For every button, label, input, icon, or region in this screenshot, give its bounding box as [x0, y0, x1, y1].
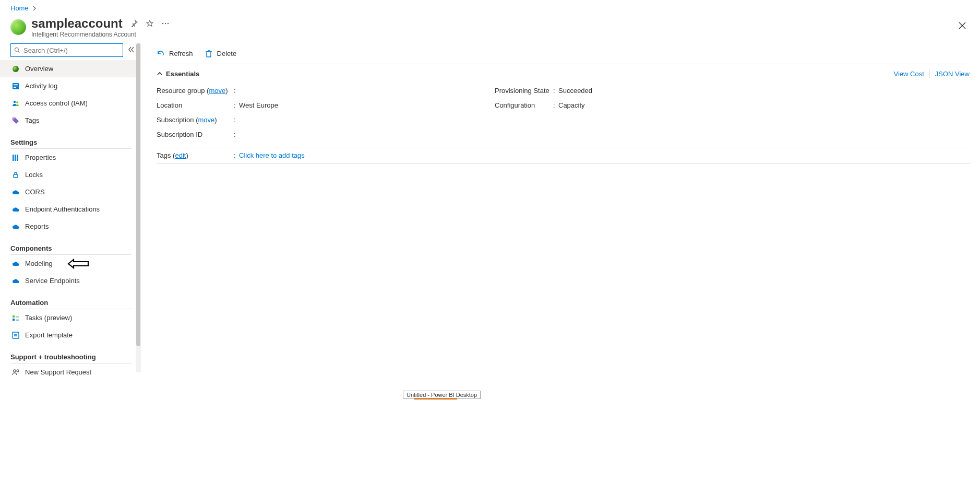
sidebar-item-access-control[interactable]: Access control (IAM) [10, 95, 136, 112]
cloud-icon [11, 222, 20, 231]
resource-icon [10, 19, 26, 35]
essentials-header: Essentials View Cost JSON View [157, 64, 970, 83]
view-cost-link[interactable]: View Cost [893, 70, 924, 78]
export-template-icon [11, 331, 20, 339]
svg-rect-18 [13, 319, 15, 321]
scrollbar-thumb[interactable] [136, 43, 140, 346]
sidebar-item-cors[interactable]: CORS [10, 183, 136, 201]
svg-rect-15 [17, 155, 18, 161]
svg-rect-24 [207, 52, 211, 57]
refresh-icon [157, 50, 165, 58]
arrow-annotation-icon [67, 257, 90, 270]
lock-icon [11, 171, 20, 179]
sidebar-section-components: Components [10, 239, 132, 255]
breadcrumb: Home [0, 0, 980, 14]
sidebar-item-label: Locks [25, 171, 43, 179]
support-icon [11, 368, 20, 377]
resource-group-move-link[interactable]: move [209, 87, 225, 95]
svg-rect-19 [16, 316, 19, 318]
sidebar-item-modeling[interactable]: Modeling [10, 255, 136, 272]
svg-point-12 [14, 118, 15, 119]
cloud-icon [11, 188, 20, 196]
refresh-button[interactable]: Refresh [157, 50, 193, 58]
kv-label: Tags [157, 151, 171, 159]
sidebar-item-tasks[interactable]: Tasks (preview) [10, 309, 136, 326]
sidebar-item-new-support-request[interactable]: New Support Request [10, 363, 136, 381]
svg-rect-8 [14, 86, 18, 86]
sidebar-item-label: Export template [25, 331, 73, 339]
sidebar-item-locks[interactable]: Locks [10, 166, 136, 183]
svg-point-23 [17, 370, 19, 372]
sidebar: Overview Activity log Access control (IA… [0, 43, 136, 381]
sidebar-item-overview[interactable]: Overview [0, 60, 136, 77]
sidebar-item-export-template[interactable]: Export template [10, 326, 136, 344]
kv-value: Succeeded [558, 87, 592, 95]
sidebar-item-label: Tasks (preview) [25, 314, 72, 322]
tasks-icon [11, 314, 20, 322]
kv-provisioning-state: Provisioning State : Succeeded [495, 83, 970, 98]
sidebar-scrollbar[interactable] [136, 43, 141, 372]
sidebar-item-label: Properties [25, 154, 56, 161]
kv-label: Subscription ID [157, 131, 234, 138]
sidebar-item-label: Access control (IAM) [25, 99, 88, 107]
sidebar-item-reports[interactable]: Reports [10, 218, 136, 235]
svg-point-2 [168, 23, 169, 24]
sidebar-item-endpoint-auth[interactable]: Endpoint Authentications [10, 201, 136, 218]
kv-label: Configuration [495, 101, 553, 109]
tags-edit-link[interactable]: edit [175, 151, 186, 159]
add-tags-link[interactable]: Click here to add tags [239, 151, 305, 159]
breadcrumb-separator [32, 4, 37, 12]
kv-tags: Tags (edit) : Click here to add tags [157, 147, 970, 164]
svg-rect-17 [13, 315, 15, 318]
sidebar-item-service-endpoints[interactable]: Service Endpoints [10, 272, 136, 289]
delete-button[interactable]: Delete [205, 50, 237, 58]
svg-rect-7 [14, 84, 18, 85]
sidebar-item-label: Service Endpoints [25, 277, 80, 285]
search-input[interactable] [22, 46, 119, 55]
sidebar-section-settings: Settings [10, 133, 132, 149]
chevron-up-icon[interactable] [157, 71, 163, 77]
resource-subtitle: Intelligent Recommendations Account [31, 31, 170, 38]
svg-rect-13 [13, 155, 14, 161]
tags-icon [11, 116, 20, 125]
svg-rect-9 [14, 87, 16, 88]
sidebar-item-properties[interactable]: Properties [10, 149, 136, 166]
sidebar-item-label: Reports [25, 222, 49, 230]
sidebar-item-label: Endpoint Authentications [25, 205, 100, 213]
sidebar-item-tags[interactable]: Tags [10, 112, 136, 129]
json-view-link[interactable]: JSON View [935, 70, 970, 78]
svg-rect-20 [16, 320, 19, 321]
kv-label: Provisioning State [495, 87, 553, 95]
svg-line-4 [18, 51, 20, 53]
pin-icon[interactable] [130, 19, 138, 28]
svg-point-10 [14, 100, 16, 102]
kv-value: West Europe [239, 101, 278, 109]
svg-point-1 [165, 23, 166, 24]
sidebar-section-support: Support + troubleshooting [10, 348, 132, 363]
kv-label: Location [157, 101, 234, 109]
overview-icon [11, 65, 20, 73]
more-icon[interactable] [161, 19, 170, 28]
command-bar: Refresh Delete [157, 43, 970, 64]
kv-resource-group: Resource group (move) : [157, 83, 491, 98]
cloud-icon [11, 205, 20, 214]
svg-point-3 [15, 48, 19, 52]
cloud-icon [11, 260, 20, 268]
collapse-sidebar-icon[interactable] [127, 46, 136, 54]
svg-point-0 [162, 23, 163, 24]
kv-value: Capacity [558, 101, 585, 109]
sidebar-item-label: Activity log [25, 82, 57, 90]
kv-label: Resource group [157, 87, 205, 95]
sidebar-item-label: Tags [25, 116, 39, 124]
sidebar-item-label: CORS [25, 188, 45, 196]
subscription-move-link[interactable]: move [198, 116, 215, 124]
svg-point-22 [14, 369, 16, 371]
close-icon[interactable] [958, 21, 967, 31]
sidebar-item-activity-log[interactable]: Activity log [10, 77, 136, 95]
activity-log-icon [11, 82, 20, 90]
sidebar-search[interactable] [10, 43, 123, 57]
favorite-icon[interactable] [146, 19, 154, 28]
properties-icon [11, 154, 20, 162]
breadcrumb-home[interactable]: Home [10, 4, 29, 12]
cloud-icon [11, 277, 20, 285]
